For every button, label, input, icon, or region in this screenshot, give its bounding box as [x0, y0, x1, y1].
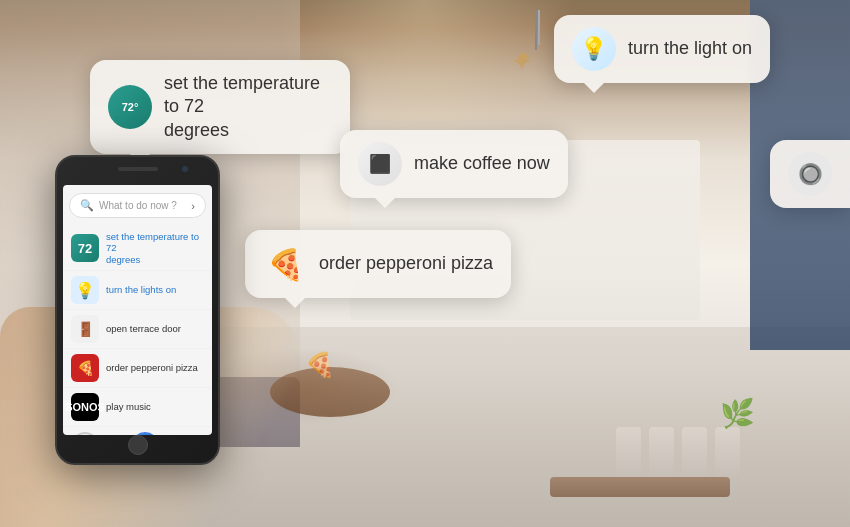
door-list-label: open terrace door: [106, 323, 181, 334]
list-item[interactable]: 72 set the temperature to 72degrees: [63, 226, 212, 271]
pizza-list-label: order pepperoni pizza: [106, 362, 198, 373]
lightbulb-icon: 💡: [572, 27, 616, 71]
phone-speaker: [118, 167, 158, 171]
search-bar[interactable]: 🔍 What to do now ? ›: [69, 193, 206, 218]
list-item[interactable]: SONOS play music: [63, 388, 212, 427]
list-item[interactable]: 🚪 open terrace door: [63, 310, 212, 349]
temperature-bubble-text: set the temperature to 72 degrees: [164, 72, 332, 142]
chair: [682, 427, 707, 477]
pizza-decoration: 🍕: [305, 351, 335, 379]
music-list-label: play music: [106, 401, 151, 412]
music-list-icon: SONOS: [71, 393, 99, 421]
pizza-icon: 🍕: [263, 242, 307, 286]
search-forward-icon: ›: [191, 200, 195, 212]
pizza-bubble: 🍕 order pepperoni pizza: [245, 230, 511, 298]
partial-bubble: 🔘: [770, 140, 850, 208]
plant-decoration: 🌿: [720, 397, 760, 477]
coffee-plug-icon: ⬛: [358, 142, 402, 186]
light-bubble-text: turn the light on: [628, 37, 752, 60]
dining-table: [550, 477, 730, 497]
app-list: 72 set the temperature to 72degrees 💡 tu…: [63, 224, 212, 435]
search-input-placeholder: What to do now ?: [99, 200, 186, 211]
search-icon: 🔍: [80, 199, 94, 212]
pizza-list-icon: 🍕: [71, 354, 99, 382]
list-item[interactable]: ○ mak 🎤 ow: [63, 427, 212, 435]
light-bubble: 💡 turn the light on: [554, 15, 770, 83]
phone-screen: 🔍 What to do now ? › 72 set the temperat…: [63, 185, 212, 435]
smartphone: 🔍 What to do now ? › 72 set the temperat…: [55, 155, 220, 465]
phone-home-button[interactable]: [128, 435, 148, 455]
coffee-bubble: ⬛ make coffee now: [340, 130, 568, 198]
list-item[interactable]: 💡 turn the lights on: [63, 271, 212, 310]
door-list-icon: 🚪: [71, 315, 99, 343]
circle-list-icon: ○: [71, 432, 99, 435]
mic-button[interactable]: 🎤: [131, 432, 159, 435]
list-item[interactable]: 🍕 order pepperoni pizza: [63, 349, 212, 388]
temperature-bubble: 72° set the temperature to 72 degrees: [90, 60, 350, 154]
chair: [649, 427, 674, 477]
light-list-label: turn the lights on: [106, 284, 176, 295]
thermostat-list-icon: 72: [71, 234, 99, 262]
pizza-bubble-text: order pepperoni pizza: [319, 252, 493, 275]
chair: [616, 427, 641, 477]
coffee-bubble-text: make coffee now: [414, 152, 550, 175]
device-icon: 🔘: [788, 152, 832, 196]
temperature-list-label: set the temperature to 72degrees: [106, 231, 204, 265]
light-list-icon: 💡: [71, 276, 99, 304]
phone-camera: [182, 166, 188, 172]
thermostat-icon: 72°: [108, 85, 152, 129]
